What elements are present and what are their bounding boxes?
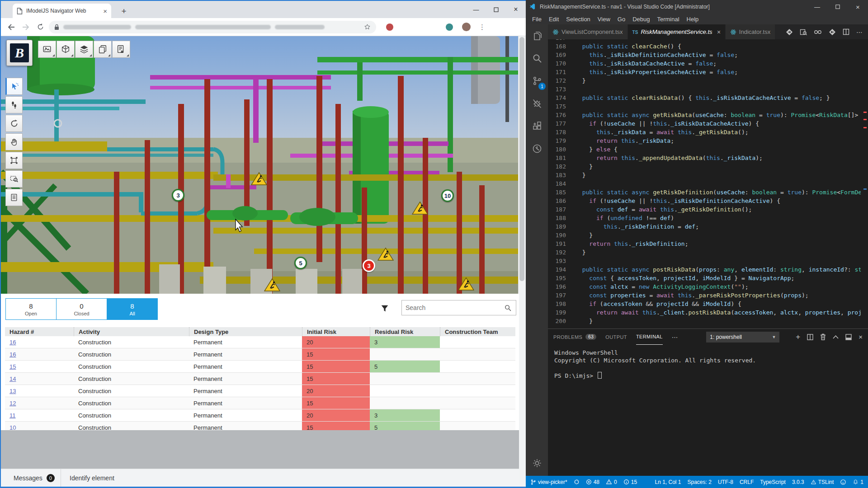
editor-tab[interactable]: Indicator.tsx	[726, 24, 775, 39]
layers-button[interactable]	[75, 41, 93, 58]
menu-file[interactable]: File	[528, 16, 545, 23]
open-preview-icon[interactable]	[800, 28, 807, 36]
panel-tab-terminal[interactable]: TERMINAL	[636, 329, 663, 345]
filter-tab-closed[interactable]: 0Closed	[56, 298, 107, 320]
code-editor[interactable]: 167168 public static clearCache() {169 t…	[548, 39, 868, 328]
messages-button[interactable]: Messages 0	[14, 469, 55, 487]
saved-views-button[interactable]	[38, 41, 56, 58]
model-3d-viewport[interactable]: 31053 B	[1, 36, 519, 294]
hazard-green-marker[interactable]: 3	[172, 189, 184, 202]
avatar[interactable]	[462, 23, 471, 31]
tab-close-icon[interactable]: ×	[103, 8, 107, 14]
vscode-title-bar[interactable]: RiskManagementService.ts - nav1 - Visual…	[526, 0, 868, 14]
hazard-red-marker[interactable]: 3	[363, 259, 375, 272]
properties-tool-button[interactable]	[5, 189, 23, 206]
hazard-warning-marker[interactable]	[264, 278, 280, 292]
walk-tool-button[interactable]	[5, 96, 23, 113]
new-terminal-icon[interactable]: +	[796, 333, 800, 342]
column-header[interactable]: Design Type	[189, 327, 302, 336]
hazard-link[interactable]: 13	[9, 388, 16, 394]
column-header[interactable]: Hazard #	[5, 327, 74, 336]
search-input[interactable]	[402, 304, 504, 311]
fit-view-tool-button[interactable]	[5, 152, 23, 169]
identify-element-button[interactable]: Identify element	[70, 469, 114, 487]
vscode-maximize-button[interactable]	[827, 0, 848, 14]
search-view-icon[interactable]	[526, 47, 548, 70]
extension-icon[interactable]	[386, 23, 393, 31]
sync-icon[interactable]	[574, 479, 580, 485]
encoding-setting[interactable]: UTF-8	[718, 479, 733, 485]
problems-warnings-indicator[interactable]: 0	[606, 479, 617, 485]
problems-errors-indicator[interactable]: 48	[586, 479, 599, 485]
panel-tab-problems[interactable]: PROBLEMS63	[553, 329, 596, 345]
hazard-link[interactable]: 11	[9, 412, 16, 419]
menu-selection[interactable]: Selection	[562, 16, 594, 23]
compare-changes-icon[interactable]	[814, 29, 822, 35]
typescript-version[interactable]: 3.0.3	[792, 479, 804, 485]
maximize-panel-icon[interactable]	[833, 335, 839, 339]
models-button[interactable]	[94, 41, 112, 58]
terminal-output[interactable]: Windows PowerShellCopyright (C) Microsof…	[554, 349, 756, 380]
browser-menu-icon[interactable]: ⋮	[479, 23, 486, 31]
editor-tab[interactable]: TSRiskManagementService.ts×	[628, 24, 726, 39]
indentation-setting[interactable]: Spaces: 2	[688, 479, 712, 485]
menu-terminal[interactable]: Terminal	[653, 16, 683, 23]
hazard-green-marker[interactable]: 10	[441, 189, 454, 202]
kill-terminal-icon[interactable]	[820, 333, 826, 340]
menu-go[interactable]: Go	[614, 16, 629, 23]
vscode-close-button[interactable]: ×	[848, 0, 868, 14]
source-control-icon[interactable]: 1	[526, 70, 548, 92]
hazard-warning-marker[interactable]	[377, 247, 394, 261]
hazard-link[interactable]: 12	[9, 400, 16, 407]
hazard-warning-marker[interactable]	[412, 201, 428, 215]
hazard-link[interactable]: 15	[9, 363, 16, 370]
scrollbar-thumb[interactable]	[519, 37, 524, 281]
eol-setting[interactable]: CRLF	[740, 479, 754, 485]
panel-more-icon[interactable]: ⋯	[672, 333, 679, 341]
close-panel-icon[interactable]: ×	[859, 333, 863, 341]
view-orientation-button[interactable]	[57, 41, 75, 58]
feedback-smiley-icon[interactable]	[840, 479, 846, 485]
git-branch-indicator[interactable]: view-picker*	[530, 479, 567, 485]
menu-view[interactable]: View	[594, 16, 614, 23]
bentley-logo[interactable]: B	[6, 40, 33, 66]
panel-layout-icon[interactable]	[845, 334, 852, 340]
settings-gear-icon[interactable]	[526, 453, 548, 473]
window-maximize-button[interactable]	[486, 1, 506, 18]
editor-tab[interactable]: ViewListComponent.tsx	[548, 24, 628, 39]
markup-button[interactable]	[112, 41, 130, 58]
rotate-tool-button[interactable]	[5, 115, 23, 132]
menu-edit[interactable]: Edit	[545, 16, 562, 23]
panel-tab-output[interactable]: OUTPUT	[605, 329, 627, 345]
debug-icon[interactable]	[526, 92, 548, 115]
split-editor-icon[interactable]	[843, 28, 849, 35]
filter-tab-all[interactable]: 8All	[107, 298, 158, 320]
git-compare-icon[interactable]	[829, 28, 836, 36]
terminal-shell-select[interactable]: 1: powershell ▼	[706, 332, 779, 343]
filter-tab-open[interactable]: 8Open	[5, 298, 57, 320]
explorer-icon[interactable]	[526, 24, 548, 47]
hazard-link[interactable]: 16	[9, 351, 16, 358]
browser-tab[interactable]: IModelJS Navigator Web ×	[13, 4, 111, 18]
menu-debug[interactable]: Debug	[629, 16, 653, 23]
language-mode[interactable]: TypeScript	[760, 479, 786, 485]
url-field[interactable]	[49, 21, 376, 33]
page-scrollbar[interactable]	[518, 36, 526, 487]
extension-icon[interactable]	[446, 23, 453, 31]
search-icon[interactable]	[504, 304, 516, 312]
hazard-warning-marker[interactable]	[458, 277, 474, 291]
zoom-window-tool-button[interactable]	[5, 170, 23, 188]
hazard-warning-marker[interactable]	[251, 172, 267, 186]
more-actions-icon[interactable]: ⋯	[856, 28, 863, 36]
menu-help[interactable]: Help	[683, 16, 703, 23]
column-header[interactable]: Activity	[74, 327, 189, 336]
column-header[interactable]: Construction Team	[440, 327, 515, 336]
split-terminal-icon[interactable]	[807, 334, 813, 340]
new-tab-button[interactable]: +	[118, 6, 129, 17]
window-close-button[interactable]: ×	[506, 1, 526, 18]
select-tool-button[interactable]	[5, 78, 23, 95]
bookmark-star-icon[interactable]	[364, 23, 371, 30]
hazard-link[interactable]: 14	[9, 375, 16, 382]
window-minimize-button[interactable]: —	[466, 1, 486, 18]
open-changes-icon[interactable]	[786, 28, 793, 36]
